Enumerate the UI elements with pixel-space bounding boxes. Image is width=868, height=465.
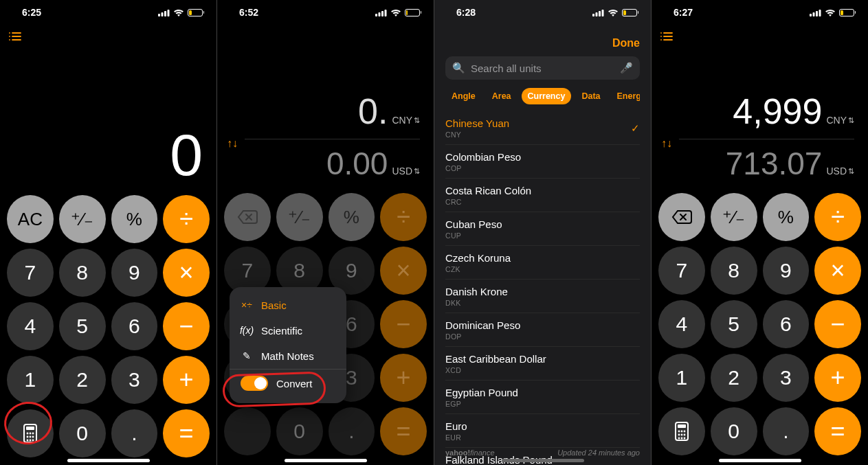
key-plus[interactable]: + xyxy=(163,356,210,404)
done-button[interactable]: Done xyxy=(445,37,640,56)
key-divide[interactable]: ÷ xyxy=(163,195,210,243)
secondary-value[interactable]: 713.07 xyxy=(726,145,823,182)
key-delete[interactable] xyxy=(658,193,705,241)
key-8[interactable]: 8 xyxy=(711,247,757,295)
unit-row[interactable]: Colombian PesoCOP xyxy=(445,145,640,179)
convert-toggle[interactable] xyxy=(241,376,268,391)
key-percent[interactable]: % xyxy=(111,195,158,243)
secondary-currency-picker[interactable]: USD⇅ xyxy=(826,166,854,177)
key-percent[interactable]: % xyxy=(763,193,810,241)
key-percent[interactable]: % xyxy=(329,193,375,241)
unit-row[interactable]: East Caribbean DollarXCD xyxy=(445,347,640,381)
svg-point-19 xyxy=(29,440,31,442)
key-plus-minus[interactable]: ⁺∕₋ xyxy=(59,195,106,243)
key-multiply[interactable]: × xyxy=(163,249,210,297)
key-minus[interactable]: − xyxy=(380,300,427,348)
mic-icon[interactable]: 🎤 xyxy=(620,62,633,74)
key-plus[interactable]: + xyxy=(814,354,861,402)
menu-item-convert[interactable]: Convert xyxy=(230,369,346,398)
unit-row[interactable]: Danish KroneDKK xyxy=(445,280,640,313)
wifi-icon xyxy=(390,9,401,16)
key-2[interactable]: 2 xyxy=(59,356,106,404)
unit-row[interactable]: Chinese YuanCNY✓ xyxy=(445,111,640,145)
home-indicator[interactable] xyxy=(502,459,584,462)
key-0[interactable]: 0 xyxy=(59,409,106,457)
history-list-button[interactable] xyxy=(8,32,22,41)
key-mode-switch[interactable] xyxy=(658,407,705,455)
key-9[interactable]: 9 xyxy=(763,247,810,295)
svg-point-45 xyxy=(680,434,682,436)
search-field[interactable]: 🔍 Search all units 🎤 xyxy=(445,56,640,80)
key-2[interactable]: 2 xyxy=(711,354,757,402)
unit-row[interactable]: Costa Rican ColónCRC xyxy=(445,179,640,212)
key-3[interactable]: 3 xyxy=(111,356,158,404)
key-equals[interactable]: = xyxy=(163,409,210,457)
key-5[interactable]: 5 xyxy=(59,302,106,350)
primary-value[interactable]: 0. xyxy=(358,91,388,132)
key-plus-minus[interactable]: ⁺∕₋ xyxy=(711,193,757,241)
key-decimal[interactable]: . xyxy=(111,409,158,457)
unit-list[interactable]: Chinese YuanCNY✓Colombian PesoCOPCosta R… xyxy=(434,111,651,465)
home-indicator[interactable] xyxy=(285,459,367,462)
key-plus-minus[interactable]: ⁺∕₋ xyxy=(276,193,323,241)
key-1[interactable]: 1 xyxy=(7,356,54,404)
swap-icon[interactable]: ↑↓ xyxy=(227,137,238,150)
primary-currency-picker[interactable]: CNY⇅ xyxy=(392,115,420,126)
unit-row[interactable]: Czech KorunaCZK xyxy=(445,246,640,280)
key-6[interactable]: 6 xyxy=(111,302,158,350)
key-5[interactable]: 5 xyxy=(711,300,757,348)
key-0[interactable]: 0 xyxy=(711,407,757,455)
unit-name: Czech Koruna xyxy=(445,252,511,264)
key-minus[interactable]: − xyxy=(814,300,861,348)
key-7[interactable]: 7 xyxy=(7,249,54,297)
key-multiply[interactable]: × xyxy=(380,247,427,295)
unit-row[interactable]: Dominican PesoDOP xyxy=(445,313,640,347)
secondary-value[interactable]: 0.00 xyxy=(326,145,388,182)
unit-row[interactable]: Egyptian PoundEGP xyxy=(445,381,640,414)
key-equals[interactable]: = xyxy=(380,407,427,455)
calculator-menu-screen: 6:52 9 0. CNY⇅ ↑↓ 0.00 USD⇅ ⁺∕₋ % ÷ 7 8 … xyxy=(217,0,434,465)
menu-item-math-notes[interactable]: ✎Math Notes xyxy=(230,343,346,369)
secondary-currency-picker[interactable]: USD⇅ xyxy=(392,166,420,177)
category-energy[interactable]: Energy xyxy=(611,88,640,104)
key-9[interactable]: 9 xyxy=(111,249,158,297)
category-area[interactable]: Area xyxy=(486,88,518,104)
key-ac[interactable]: AC xyxy=(7,195,54,243)
key-decimal[interactable]: . xyxy=(329,407,375,455)
menu-item-scientific[interactable]: f(x)Scientific xyxy=(230,318,346,343)
key-minus[interactable]: − xyxy=(163,302,210,350)
key-divide[interactable]: ÷ xyxy=(814,193,861,241)
key-4[interactable]: 4 xyxy=(658,300,705,348)
key-6[interactable]: 6 xyxy=(763,300,810,348)
menu-item-basic[interactable]: ×÷Basic xyxy=(230,293,346,318)
unit-row[interactable]: Cuban PesoCUP xyxy=(445,212,640,246)
key-0[interactable]: 0 xyxy=(276,407,323,455)
key-equals[interactable]: = xyxy=(814,407,861,455)
key-1[interactable]: 1 xyxy=(658,354,705,402)
key-8[interactable]: 8 xyxy=(59,249,106,297)
key-divide[interactable]: ÷ xyxy=(380,193,427,241)
category-angle[interactable]: Angle xyxy=(445,88,482,104)
keypad: AC ⁺∕₋ % ÷ 7 8 9 × 4 5 6 − 1 2 3 + 0 . = xyxy=(0,191,216,464)
key-multiply[interactable]: × xyxy=(814,247,861,295)
primary-value[interactable]: 4,999 xyxy=(733,91,822,132)
battery-icon: 13 xyxy=(839,9,856,16)
home-indicator[interactable] xyxy=(67,459,150,462)
key-mode-switch[interactable] xyxy=(224,407,271,455)
chevron-updown-icon: ⇅ xyxy=(848,116,854,125)
key-7[interactable]: 7 xyxy=(658,247,705,295)
key-mode-switch[interactable] xyxy=(7,409,54,457)
chevron-updown-icon: ⇅ xyxy=(414,116,420,125)
primary-currency-picker[interactable]: CNY⇅ xyxy=(826,115,854,126)
home-indicator[interactable] xyxy=(719,459,801,462)
key-plus[interactable]: + xyxy=(380,354,427,402)
key-delete[interactable] xyxy=(224,193,271,241)
key-3[interactable]: 3 xyxy=(763,354,810,402)
key-decimal[interactable]: . xyxy=(763,407,810,455)
category-data[interactable]: Data xyxy=(575,88,606,104)
key-4[interactable]: 4 xyxy=(7,302,54,350)
category-currency[interactable]: Currency xyxy=(522,88,572,104)
history-list-button[interactable] xyxy=(660,32,674,41)
swap-icon[interactable]: ↑↓ xyxy=(661,137,672,150)
unit-row[interactable]: EuroEUR xyxy=(445,414,640,448)
